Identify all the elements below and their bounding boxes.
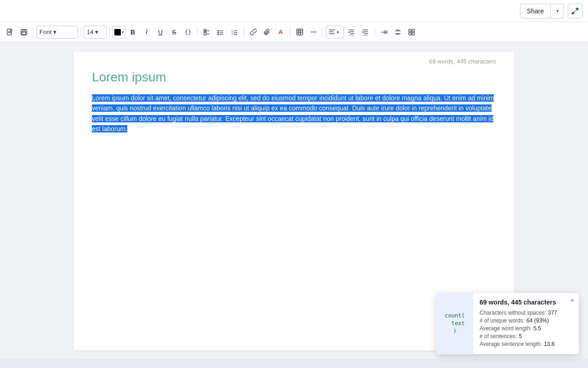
hr-button[interactable] xyxy=(307,26,320,39)
stat-row: # of sentences: 5 xyxy=(480,333,572,339)
stats-right-panel: × 69 words, 445 characters Characters wi… xyxy=(473,293,579,354)
svg-rect-24 xyxy=(297,29,303,35)
size-label: 14 xyxy=(87,29,93,35)
size-chevron-icon: ▾ xyxy=(95,29,98,35)
stat-label: Average word length: xyxy=(480,325,531,332)
svg-rect-47 xyxy=(409,33,411,35)
link-button[interactable] xyxy=(247,26,260,39)
svg-point-16 xyxy=(218,34,219,35)
separator-8 xyxy=(374,27,375,37)
stat-rows: Characters without spaces: 377# of uniqu… xyxy=(480,310,572,347)
toolbar: Font ▾ 14 ▾ ▾ B I U S {} xyxy=(0,22,588,42)
stats-title: 69 words, 445 characters xyxy=(480,299,572,306)
color-button[interactable]: ▾ xyxy=(113,26,125,39)
indent-decrease-icon xyxy=(348,29,355,35)
more-btn-1[interactable] xyxy=(378,26,390,39)
stat-label: # of sentences: xyxy=(480,333,517,339)
doc-icon-button[interactable] xyxy=(4,26,17,39)
stat-value: 5 xyxy=(519,333,522,339)
font-chevron-icon: ▾ xyxy=(53,29,57,35)
table-button[interactable] xyxy=(293,26,306,39)
svg-point-12 xyxy=(218,30,219,31)
color-chevron-icon: ▾ xyxy=(122,30,124,34)
stat-label: # of unique words: xyxy=(480,317,525,324)
separator-1 xyxy=(33,27,34,37)
separator-2 xyxy=(80,27,81,37)
link-icon xyxy=(250,29,257,35)
svg-text:3.: 3. xyxy=(232,33,233,35)
stat-row: # of unique words: 64 (93%) xyxy=(480,317,572,324)
stat-value: 64 (93%) xyxy=(526,317,549,324)
separator-6 xyxy=(290,27,290,37)
svg-rect-6 xyxy=(23,29,25,31)
svg-rect-48 xyxy=(412,33,414,35)
selected-text: Lorem ipsum dolor sit amet, consectetur … xyxy=(92,94,494,132)
stat-value: 377 xyxy=(548,310,557,316)
stat-label: Characters without spaces: xyxy=(480,310,546,316)
svg-rect-7 xyxy=(22,32,26,34)
share-button[interactable]: Share ▾ xyxy=(520,4,564,18)
indent-decrease-button[interactable] xyxy=(345,26,358,39)
stats-code-snippet: count( text ) xyxy=(445,312,464,335)
bullet-list-button[interactable] xyxy=(214,26,227,39)
svg-rect-45 xyxy=(409,29,411,32)
hr-icon xyxy=(310,29,317,35)
stat-label: Average sentence length: xyxy=(480,341,542,347)
share-label: Share xyxy=(520,4,551,18)
share-chevron-icon: ▾ xyxy=(551,4,564,18)
expand-icon xyxy=(571,7,579,15)
font-dropdown[interactable]: Font ▾ xyxy=(36,26,78,39)
font-size-dropdown[interactable]: 14 ▾ xyxy=(84,26,107,39)
scrollbar-area[interactable] xyxy=(0,359,588,368)
document-icon xyxy=(6,29,14,36)
stats-close-button[interactable]: × xyxy=(571,297,574,304)
bold-button[interactable]: B xyxy=(126,26,139,39)
separator-5 xyxy=(243,27,244,37)
font-label: Font xyxy=(40,29,51,35)
attachment-button[interactable] xyxy=(260,26,273,39)
align-dropdown[interactable]: ▾ xyxy=(326,26,344,39)
stat-row: Average word length: 5.5 xyxy=(480,325,572,332)
underline-button[interactable]: U xyxy=(154,26,167,39)
grid-icon xyxy=(408,29,415,35)
stats-left-panel: count( text ) xyxy=(436,293,473,354)
top-bar: Share ▾ xyxy=(0,0,588,22)
align-icon xyxy=(329,29,335,35)
indent-increase-button[interactable] xyxy=(359,26,372,39)
separator-4 xyxy=(197,27,198,37)
stat-row: Average sentence length: 13.8 xyxy=(480,341,572,347)
task-list-button[interactable] xyxy=(200,26,213,39)
separator-3 xyxy=(109,27,110,37)
svg-rect-46 xyxy=(412,29,414,32)
save-icon-button[interactable] xyxy=(17,26,30,39)
italic-button[interactable]: I xyxy=(140,26,153,39)
table-icon xyxy=(296,29,303,35)
attachment-icon xyxy=(264,29,271,35)
document-title[interactable]: Lorem ipsum xyxy=(92,70,496,85)
expand-button[interactable] xyxy=(568,4,582,18)
strikethrough-button[interactable]: S xyxy=(168,26,181,39)
document-body[interactable]: Lorem ipsum dolor sit amet, consectetur … xyxy=(92,93,496,134)
vertical-resize-icon xyxy=(395,29,401,35)
stat-value: 13.8 xyxy=(544,341,554,347)
word-count-top: 69 words, 445 characters xyxy=(429,58,496,65)
arrow-right-icon xyxy=(381,29,387,35)
more-btn-2[interactable] xyxy=(391,26,404,39)
stats-popup: count( text ) × 69 words, 445 characters… xyxy=(436,293,579,354)
more-btn-3[interactable] xyxy=(405,26,418,39)
save-icon xyxy=(20,29,28,36)
svg-rect-10 xyxy=(204,33,206,35)
stat-row: Characters without spaces: 377 xyxy=(480,310,572,316)
color-swatch xyxy=(114,29,121,35)
align-chevron-icon: ▾ xyxy=(337,30,339,34)
task-list-icon xyxy=(204,29,210,35)
ordered-list-icon: 1. 2. 3. xyxy=(231,29,237,35)
ordered-list-button[interactable]: 1. 2. 3. xyxy=(228,26,241,39)
svg-point-14 xyxy=(218,32,219,33)
stat-value: 5.5 xyxy=(533,325,541,332)
bullet-list-icon xyxy=(217,29,224,35)
highlight-button[interactable]: A xyxy=(274,26,287,39)
separator-7 xyxy=(322,27,323,37)
indent-increase-icon xyxy=(362,29,368,35)
code-block-button[interactable]: {} xyxy=(181,26,194,39)
